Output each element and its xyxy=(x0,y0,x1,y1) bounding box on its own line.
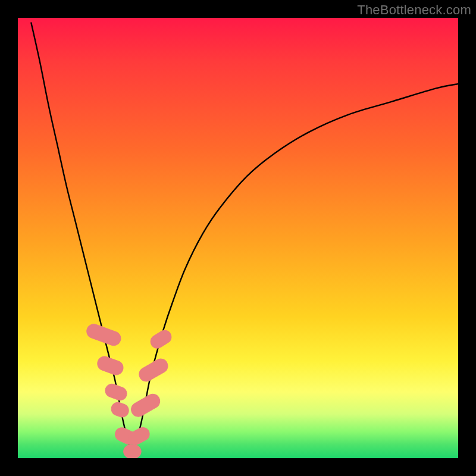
right-branch-curve xyxy=(132,84,458,454)
chart-svg xyxy=(18,18,458,458)
marker xyxy=(96,355,126,377)
frame: TheBottleneck.com xyxy=(0,0,476,476)
marker xyxy=(124,445,142,458)
marker xyxy=(109,400,130,419)
marker xyxy=(129,392,162,419)
marker xyxy=(137,356,171,384)
watermark-text: TheBottleneck.com xyxy=(357,2,471,18)
plot-area xyxy=(18,18,458,458)
marker xyxy=(84,322,123,347)
marker xyxy=(148,328,174,350)
highlighted-markers xyxy=(84,322,174,458)
marker xyxy=(104,382,129,402)
